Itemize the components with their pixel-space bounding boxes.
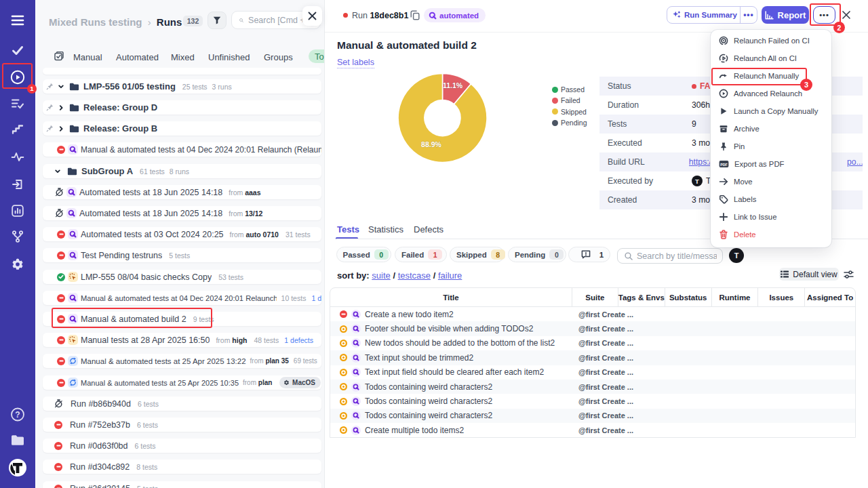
- svg-text:?: ?: [15, 410, 20, 420]
- svg-text:PDF: PDF: [720, 163, 727, 167]
- svg-text:88.9%: 88.9%: [421, 140, 441, 148]
- svg-text:11.1%: 11.1%: [443, 81, 463, 89]
